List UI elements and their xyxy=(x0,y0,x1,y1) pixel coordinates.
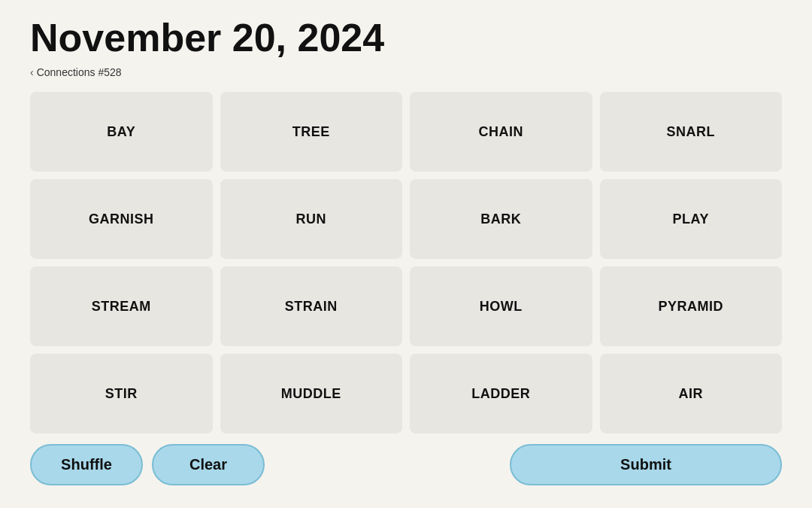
word-label: CHAIN xyxy=(479,124,524,140)
word-card[interactable]: BAY xyxy=(30,92,213,172)
word-card[interactable]: PYRAMID xyxy=(600,266,783,346)
clear-button[interactable]: Clear xyxy=(152,444,265,485)
page-title: November 20, 2024 xyxy=(30,15,782,60)
word-card[interactable]: PLAY xyxy=(600,179,783,259)
word-label: STIR xyxy=(105,386,138,402)
word-label: AIR xyxy=(679,386,704,402)
breadcrumb-area[interactable]: ‹ Connections #528 xyxy=(30,66,782,78)
word-label: STRAIN xyxy=(285,299,338,315)
breadcrumb-link[interactable]: ‹ Connections #528 xyxy=(30,66,122,78)
word-card[interactable]: AIR xyxy=(600,354,783,433)
word-label: GARNISH xyxy=(89,211,154,227)
word-card[interactable]: BARK xyxy=(410,179,592,259)
word-card[interactable]: MUDDLE xyxy=(220,354,403,433)
word-label: LADDER xyxy=(471,386,530,402)
word-label: SNARL xyxy=(667,124,716,140)
word-label: PYRAMID xyxy=(658,299,723,315)
word-card[interactable]: CHAIN xyxy=(410,92,592,172)
word-card[interactable]: SNARL xyxy=(600,92,783,172)
word-label: RUN xyxy=(296,211,327,227)
page-container: November 20, 2024 ‹ Connections #528 BAY… xyxy=(0,0,812,508)
word-card[interactable]: GARNISH xyxy=(30,179,213,259)
word-card[interactable]: STRAIN xyxy=(220,266,403,346)
word-grid: BAYTREECHAINSNARLGARNISHRUNBARKPLAYSTREA… xyxy=(30,92,782,433)
word-label: STREAM xyxy=(92,299,151,315)
chevron-left-icon: ‹ xyxy=(30,66,34,78)
word-card[interactable]: LADDER xyxy=(410,354,592,433)
word-card[interactable]: HOWL xyxy=(410,266,592,346)
submit-button[interactable]: Submit xyxy=(510,444,782,485)
breadcrumb-label: Connections #528 xyxy=(37,66,122,78)
shuffle-button[interactable]: Shuffle xyxy=(30,444,143,485)
word-label: TREE xyxy=(292,124,330,140)
word-card[interactable]: RUN xyxy=(220,179,403,259)
word-card[interactable]: STREAM xyxy=(30,266,213,346)
word-label: HOWL xyxy=(480,299,523,315)
word-label: BARK xyxy=(480,211,521,227)
word-label: BAY xyxy=(107,124,135,140)
word-label: PLAY xyxy=(673,211,709,227)
word-card[interactable]: TREE xyxy=(220,92,403,172)
word-label: MUDDLE xyxy=(281,386,341,402)
button-row: Shuffle Clear Submit xyxy=(30,444,782,493)
word-card[interactable]: STIR xyxy=(30,354,213,433)
